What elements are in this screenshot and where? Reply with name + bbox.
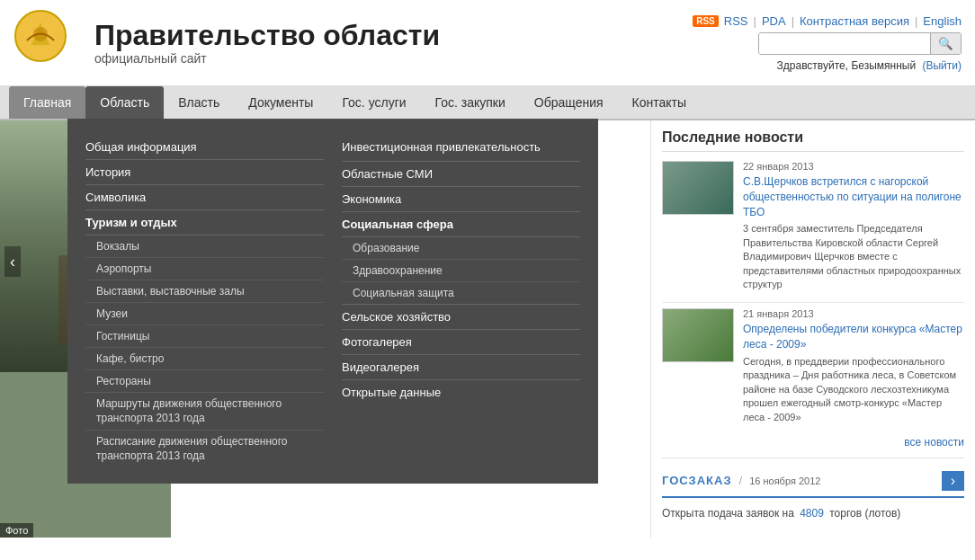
nav-item-region[interactable]: Область — [85, 86, 164, 119]
nav-item-contacts[interactable]: Контакты — [618, 86, 701, 119]
dropdown-item-photo[interactable]: Фотогалерея — [342, 330, 580, 355]
dropdown-sub-healthcare[interactable]: Здравоохранение — [342, 260, 580, 282]
slide-left-arrow[interactable]: ‹ — [4, 246, 21, 277]
dropdown-sub-exhibitions[interactable]: Выставки, выставочные залы — [85, 280, 324, 303]
dropdown-item-tourism[interactable]: Туризм и отдых — [85, 210, 324, 236]
news-section-title: Последние новости — [662, 129, 964, 152]
sep1: | — [754, 14, 756, 28]
contrast-link[interactable]: Контрастная версия — [800, 14, 909, 28]
nav-item-purchases[interactable]: Гос. закупки — [421, 86, 520, 119]
dropdown-col1: Общая информация История Символика Туриз… — [85, 135, 324, 467]
nav-item-docs[interactable]: Документы — [234, 86, 327, 119]
dropdown-sub-restaurants[interactable]: Рестораны — [85, 370, 324, 393]
dropdown-item-opendata[interactable]: Открытые данные — [342, 380, 580, 404]
site-name: Правительство области — [94, 20, 693, 51]
goszakaz-block: ГОСЗАКАЗ / 16 ноября 2012 › Открыта пода… — [662, 464, 964, 529]
all-news-link-area: все новости — [662, 435, 964, 449]
english-link[interactable]: English — [923, 14, 962, 28]
goszakaz-title: ГОСЗАКАЗ — [662, 474, 732, 487]
goszakaz-sep: / — [739, 474, 743, 487]
dropdown-item-agriculture[interactable]: Сельское хозяйство — [342, 305, 580, 330]
nav-item-home[interactable]: Главная — [9, 86, 85, 119]
goszakaz-suffix: торгов (лотов) — [829, 507, 900, 520]
right-panel: Последние новости 22 января 2013 С.В.Щер… — [651, 120, 975, 538]
news-text-2: Сегодня, в преддверии профессионального … — [743, 355, 964, 424]
dropdown-item-video[interactable]: Видеогалерея — [342, 355, 580, 380]
dropdown-sub-stations[interactable]: Вокзалы — [85, 236, 324, 258]
goszakaz-date: 16 ноября 2012 — [749, 476, 820, 486]
news-link-1[interactable]: С.В.Щерчков встретился с нагорской общес… — [743, 175, 962, 218]
news-link-2[interactable]: Определены победители конкурса «Мастер л… — [743, 323, 962, 351]
dropdown-item-symbolics[interactable]: Символика — [85, 185, 324, 210]
news-thumb-2 — [662, 308, 734, 362]
sep2: | — [792, 14, 794, 28]
sep3: | — [915, 14, 917, 28]
nav-item-power[interactable]: Власть — [164, 86, 234, 119]
goszakaz-text-before: Открыта подача заявок на — [662, 507, 794, 520]
dropdown-item-general[interactable]: Общая информация — [85, 135, 324, 160]
dropdown-sub-welfare[interactable]: Социальная защита — [342, 282, 580, 305]
news-body-1: 22 января 2013 С.В.Щерчков встретился с … — [743, 161, 964, 291]
news-thumb-1 — [662, 161, 734, 215]
logo — [13, 9, 81, 76]
news-body-2: 21 января 2013 Определены победители кон… — [743, 308, 964, 424]
dropdown-item-investment[interactable]: Инвестиционная привлекательность — [342, 135, 580, 162]
welcome-greeting: Здравствуйте, Безымянный — [777, 59, 917, 72]
dropdown-sub-airports[interactable]: Аэропорты — [85, 258, 324, 280]
all-news-link[interactable]: все новости — [904, 436, 964, 449]
search-input[interactable] — [759, 33, 930, 54]
news-date-2: 21 января 2013 — [743, 308, 964, 319]
rss-icon: RSS — [693, 15, 719, 27]
dropdown-sub-schedule[interactable]: Расписание движения общественного трансп… — [85, 431, 324, 467]
pda-link[interactable]: PDA — [762, 14, 786, 28]
news-divider-2 — [662, 458, 964, 458]
goszakaz-text: Открыта подача заявок на 4809 торгов (ло… — [662, 505, 964, 521]
logout-link[interactable]: (Выйти) — [922, 59, 962, 72]
nav-item-services[interactable]: Гос. услуги — [327, 86, 420, 119]
dropdown-sub-museums[interactable]: Музеи — [85, 303, 324, 325]
welcome-text: Здравствуйте, Безымянный (Выйти) — [777, 59, 962, 72]
dropdown-item-history[interactable]: История — [85, 160, 324, 185]
news-title-1: С.В.Щерчков встретился с нагорской общес… — [743, 174, 964, 219]
dropdown-item-social[interactable]: Социальная сфера — [342, 212, 580, 237]
news-divider-1 — [662, 302, 964, 303]
dropdown-col2: Инвестиционная привлекательность Областн… — [342, 135, 580, 467]
dropdown-sub-hotels[interactable]: Гостиницы — [85, 325, 324, 348]
dropdown-sub-cafe[interactable]: Кафе, бистро — [85, 348, 324, 370]
header-links: RSS RSS | PDA | Контрастная версия | Eng… — [693, 14, 962, 28]
nav-item-appeals[interactable]: Обращения — [520, 86, 618, 119]
goszakaz-header: ГОСЗАКАЗ / 16 ноября 2012 › — [662, 471, 964, 498]
dropdown-item-media[interactable]: Областные СМИ — [342, 162, 580, 187]
header-right: RSS RSS | PDA | Контрастная версия | Eng… — [693, 14, 962, 72]
site-subtitle: официальный сайт — [94, 51, 693, 66]
search-box: 🔍 — [758, 32, 962, 55]
news-item-2: 21 января 2013 Определены победители кон… — [662, 308, 964, 424]
news-text-1: 3 сентября заместитель Председателя Прав… — [743, 222, 964, 291]
foto-label: Фото — [0, 523, 33, 538]
dropdown-sub-education[interactable]: Образование — [342, 237, 580, 260]
rss-link[interactable]: RSS — [724, 14, 748, 28]
news-date-1: 22 января 2013 — [743, 161, 964, 172]
goszakaz-next-button[interactable]: › — [942, 471, 964, 491]
nav-bar: Главная Область Власть Документы Гос. ус… — [0, 86, 975, 120]
header: Правительство области официальный сайт R… — [0, 0, 975, 86]
news-item-1: 22 января 2013 С.В.Щерчков встретился с … — [662, 161, 964, 291]
dropdown-item-economics[interactable]: Экономика — [342, 187, 580, 212]
dropdown-sub-routes[interactable]: Маршруты движения общественного транспор… — [85, 393, 324, 431]
search-button[interactable]: 🔍 — [930, 33, 961, 54]
news-title-2: Определены победители конкурса «Мастер л… — [743, 322, 964, 352]
dropdown-menu: Общая информация История Символика Туриз… — [67, 119, 598, 484]
goszakaz-count[interactable]: 4809 — [800, 507, 824, 520]
nav-list: Главная Область Власть Документы Гос. ус… — [0, 86, 975, 119]
site-title-block: Правительство области официальный сайт — [94, 20, 693, 66]
